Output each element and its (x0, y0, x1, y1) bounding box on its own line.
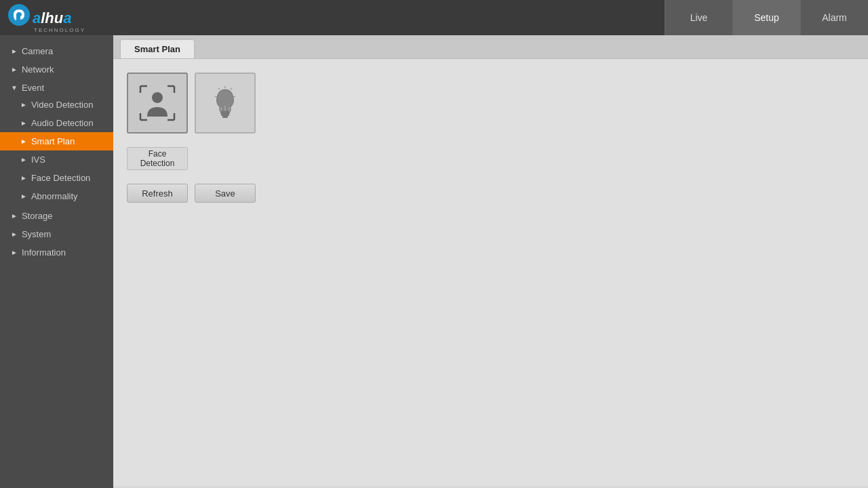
sidebar-item-ivs-label: IVS (31, 155, 45, 165)
header: alhua TECHNOLOGY Live Setup Alarm (0, 0, 868, 35)
sidebar-item-audio-detection-label: Audio Detection (31, 118, 94, 128)
sidebar-item-storage-label: Storage (22, 211, 53, 221)
network-arrow-icon: ► (11, 66, 18, 73)
sidebar-item-video-detection-label: Video Detection (31, 100, 94, 110)
sidebar-item-face-detection[interactable]: ► Face Detection (0, 169, 113, 187)
live-button[interactable]: Live (665, 0, 732, 35)
system-arrow-icon: ► (11, 230, 18, 238)
svg-point-9 (152, 92, 163, 103)
sidebar-item-camera-label: Camera (22, 46, 53, 56)
sidebar-item-smart-plan[interactable]: ► Smart Plan (0, 132, 113, 150)
sidebar: ► Camera ► Network ▼ Event ► Video Detec… (0, 35, 113, 488)
face-detection-plan-label: Face Detection (127, 147, 188, 170)
camera-arrow-icon: ► (11, 47, 18, 55)
tab-smart-plan-label: Smart Plan (134, 44, 180, 54)
sidebar-item-audio-detection[interactable]: ► Audio Detection (0, 114, 113, 132)
face-detection-icon-box[interactable] (127, 73, 188, 134)
video-detection-arrow-icon: ► (20, 101, 27, 108)
sidebar-item-camera[interactable]: ► Camera (0, 41, 113, 59)
face-detection-icon (137, 83, 178, 123)
abnormality-arrow-icon: ► (20, 192, 27, 200)
svg-line-20 (215, 96, 217, 97)
svg-line-18 (218, 88, 220, 89)
information-arrow-icon: ► (11, 249, 18, 256)
audio-detection-arrow-icon: ► (20, 119, 27, 127)
refresh-button[interactable]: Refresh (127, 184, 188, 203)
sidebar-item-face-detection-label: Face Detection (31, 173, 90, 183)
sidebar-item-abnormality-label: Abnormality (31, 191, 78, 201)
logo: alhua TECHNOLOGY (7, 3, 85, 33)
sidebar-item-network[interactable]: ► Network (0, 59, 113, 77)
setup-button[interactable]: Setup (732, 0, 800, 35)
save-button[interactable]: Save (195, 184, 256, 203)
sidebar-item-information[interactable]: ► Information (0, 242, 113, 260)
svg-line-19 (233, 96, 235, 97)
event-arrow-icon: ▼ (11, 84, 18, 92)
plan-icons-row (127, 73, 854, 134)
svg-rect-15 (222, 116, 228, 118)
ivs-icon-box[interactable] (195, 73, 256, 134)
svg-line-17 (231, 88, 232, 89)
lightbulb-icon (205, 83, 245, 123)
tab-bar: Smart Plan (113, 35, 868, 59)
logo-subtitle: TECHNOLOGY (34, 27, 85, 33)
smart-plan-content: Face Detection Refresh Save (113, 59, 868, 486)
sidebar-item-abnormality[interactable]: ► Abnormality (0, 187, 113, 205)
sidebar-item-storage[interactable]: ► Storage (0, 205, 113, 224)
content-area: Smart Plan (113, 35, 868, 488)
sidebar-item-event[interactable]: ▼ Event (0, 77, 113, 96)
ivs-arrow-icon: ► (20, 156, 27, 163)
alarm-button[interactable]: Alarm (800, 0, 868, 35)
svg-point-0 (8, 4, 30, 26)
svg-rect-14 (221, 114, 229, 116)
sidebar-item-ivs[interactable]: ► IVS (0, 150, 113, 169)
sidebar-item-event-label: Event (22, 83, 44, 93)
sidebar-item-information-label: Information (22, 247, 66, 258)
sidebar-item-network-label: Network (22, 64, 54, 75)
sidebar-item-video-detection[interactable]: ► Video Detection (0, 96, 113, 114)
svg-rect-13 (220, 111, 230, 114)
smart-plan-arrow-icon: ► (20, 138, 27, 145)
logo-text: alhua (33, 9, 72, 27)
logo-icon (7, 3, 31, 27)
storage-arrow-icon: ► (11, 212, 18, 220)
nav-buttons: Live Setup Alarm (665, 0, 868, 35)
tab-smart-plan[interactable]: Smart Plan (120, 39, 195, 58)
face-detection-arrow-icon: ► (20, 174, 27, 182)
action-buttons: Refresh Save (127, 184, 854, 203)
sidebar-item-smart-plan-label: Smart Plan (31, 136, 75, 146)
sidebar-item-system-label: System (22, 229, 51, 239)
main-layout: ► Camera ► Network ▼ Event ► Video Detec… (0, 35, 868, 488)
sidebar-item-system[interactable]: ► System (0, 224, 113, 242)
